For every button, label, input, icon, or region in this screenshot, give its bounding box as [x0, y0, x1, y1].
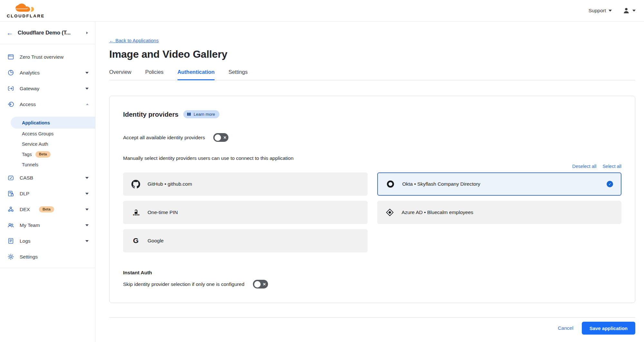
- book-icon: [187, 112, 191, 116]
- user-menu[interactable]: [623, 7, 636, 14]
- deselect-all-link[interactable]: Deselect all: [572, 164, 596, 169]
- learn-more-badge[interactable]: Learn more: [183, 110, 219, 118]
- beta-badge: Beta: [39, 206, 54, 213]
- one-time-pin-icon: ****: [131, 208, 140, 217]
- cancel-button[interactable]: Cancel: [558, 325, 573, 331]
- provider-tile-one-time-pin[interactable]: **** One-time PIN: [123, 201, 368, 224]
- toggle-off-x-icon: ✕: [263, 282, 266, 286]
- cloudflare-zero-trust-dashboard: CLOUDFLARE Support ← Cloudflare Demo (T.…: [0, 0, 644, 342]
- provider-grid: GitHub • github.com **** One-time PIN: [123, 172, 621, 252]
- sidebar-item-dex[interactable]: DEX Beta: [0, 201, 95, 217]
- chevron-up-icon: [86, 103, 89, 105]
- account-name: Cloudflare Demo (T...: [18, 30, 82, 36]
- chevron-down-icon: [85, 177, 89, 179]
- gear-icon: [7, 253, 14, 260]
- provider-tile-azure-ad[interactable]: Azure AD • Bluecalm employees: [377, 201, 622, 224]
- provider-name: Okta • Skyflash Company Directory: [402, 181, 480, 187]
- dlp-icon: [7, 190, 14, 197]
- support-menu[interactable]: Support: [589, 8, 612, 14]
- select-all-link[interactable]: Select all: [602, 164, 621, 169]
- sidebar-item-access-groups[interactable]: Access Groups: [0, 129, 95, 139]
- toggle-knob: [215, 134, 221, 141]
- tab-bar: Overview Policies Authentication Setting…: [109, 69, 635, 80]
- chevron-down-icon: [609, 10, 612, 12]
- manual-select-text: Manually select identity providers users…: [123, 155, 621, 161]
- svg-text:****: ****: [133, 213, 140, 217]
- instant-auth-heading: Instant Auth: [123, 270, 621, 276]
- sidebar-nav: Zero Trust overview Analytics: [0, 44, 95, 268]
- team-icon: [7, 222, 14, 229]
- access-icon: [7, 101, 14, 108]
- tab-settings[interactable]: Settings: [228, 69, 248, 80]
- chevron-down-icon: [85, 224, 89, 226]
- casb-icon: [7, 174, 14, 181]
- analytics-pie-icon: [7, 69, 14, 76]
- sidebar-item-zero-trust-overview[interactable]: Zero Trust overview: [0, 49, 95, 65]
- support-label: Support: [589, 8, 606, 14]
- cloudflare-logo[interactable]: CLOUDFLARE: [5, 3, 47, 18]
- identity-providers-card: Identity providers Learn more Accept all…: [109, 96, 635, 303]
- cloudflare-wordmark: CLOUDFLARE: [7, 14, 45, 18]
- sidebar-item-service-auth[interactable]: Service Auth: [0, 139, 95, 149]
- chevron-down-icon: [632, 10, 636, 12]
- topbar-right: Support: [589, 7, 636, 14]
- gateway-icon: [7, 85, 14, 92]
- selected-check-icon: ✓: [607, 181, 613, 187]
- azure-ad-icon: [386, 208, 394, 217]
- user-icon: [623, 7, 630, 14]
- chevron-down-icon: [85, 193, 89, 195]
- chevron-down-icon: [85, 88, 89, 90]
- learn-more-label: Learn more: [194, 112, 215, 117]
- sidebar-item-applications[interactable]: Applications: [11, 117, 95, 129]
- okta-icon: [386, 181, 395, 188]
- google-icon: G: [131, 237, 140, 244]
- provider-name: One-time PIN: [148, 210, 178, 215]
- chevron-down-icon: [85, 240, 89, 242]
- provider-name: GitHub • github.com: [148, 181, 192, 187]
- back-icon[interactable]: ←: [6, 29, 13, 36]
- account-switcher[interactable]: ← Cloudflare Demo (T...: [0, 22, 95, 44]
- sidebar-divider: [0, 268, 95, 268]
- page-title: Image and Video Gallery: [109, 48, 635, 60]
- dex-icon: [7, 206, 14, 213]
- instant-auth-label: Skip identity provider selection if only…: [123, 281, 245, 287]
- tab-authentication[interactable]: Authentication: [178, 69, 215, 80]
- sidebar-item-logs[interactable]: Logs: [0, 233, 95, 249]
- accept-all-label: Accept all available identity providers: [123, 135, 205, 141]
- footer-actions: Cancel Save application: [109, 318, 635, 335]
- cloudflare-cloud-icon: [13, 3, 38, 13]
- provider-tile-github[interactable]: GitHub • github.com: [123, 172, 368, 196]
- provider-name: Google: [148, 238, 164, 244]
- sidebar-item-gateway[interactable]: Gateway: [0, 81, 95, 96]
- provider-name: Azure AD • Bluecalm employees: [402, 210, 474, 215]
- back-to-applications-link[interactable]: ← Back to Applications: [109, 38, 159, 43]
- tab-policies[interactable]: Policies: [145, 69, 164, 80]
- sidebar-item-settings[interactable]: Settings: [0, 249, 95, 265]
- main-content: ← Back to Applications Image and Video G…: [95, 22, 644, 342]
- sidebar-item-tunnels[interactable]: Tunnels: [0, 160, 95, 170]
- sidebar-item-analytics[interactable]: Analytics: [0, 65, 95, 81]
- tab-overview[interactable]: Overview: [109, 69, 131, 80]
- instant-auth-toggle[interactable]: ✕: [253, 280, 268, 288]
- topbar: CLOUDFLARE Support: [0, 0, 644, 22]
- chevron-down-icon: [85, 209, 89, 210]
- chevron-down-icon: [85, 72, 89, 74]
- sidebar-item-access[interactable]: Access: [0, 96, 95, 112]
- sidebar-item-casb[interactable]: CASB: [0, 170, 95, 186]
- logs-icon: [7, 238, 14, 244]
- sidebar-item-my-team[interactable]: My Team: [0, 217, 95, 233]
- identity-providers-heading: Identity providers: [123, 111, 178, 118]
- accept-all-toggle[interactable]: ✕: [213, 133, 228, 142]
- github-icon: [131, 180, 140, 189]
- save-application-button[interactable]: Save application: [582, 322, 635, 335]
- beta-badge: Beta: [35, 151, 51, 158]
- provider-tile-google[interactable]: G Google: [123, 229, 368, 252]
- chevron-right-icon[interactable]: [86, 32, 88, 34]
- overview-window-icon: [7, 54, 14, 60]
- sidebar-item-dlp[interactable]: DLP: [0, 186, 95, 201]
- toggle-knob: [254, 281, 261, 288]
- sidebar: ← Cloudflare Demo (T... Zero Trust overv…: [0, 22, 95, 342]
- toggle-off-x-icon: ✕: [223, 136, 226, 140]
- provider-tile-okta[interactable]: Okta • Skyflash Company Directory ✓: [377, 172, 622, 196]
- sidebar-item-tags[interactable]: Tags Beta: [0, 149, 95, 160]
